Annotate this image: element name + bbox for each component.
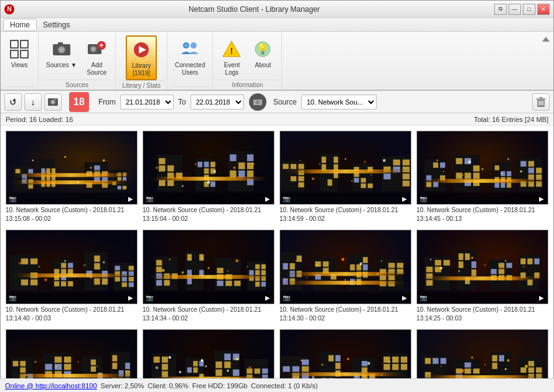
svg-rect-278 [144, 275, 273, 279]
minimize-button[interactable]: — [509, 4, 521, 15]
svg-point-195 [462, 174, 464, 175]
svg-rect-464 [336, 355, 340, 361]
play-overlay-icon: ▶ [539, 294, 544, 301]
svg-rect-503 [464, 362, 471, 367]
grid-item[interactable]: 📷▶10. Network Source (Custom) - 2018.01.… [279, 230, 411, 324]
svg-rect-182 [507, 183, 511, 188]
svg-rect-236 [129, 282, 134, 287]
svg-point-242 [103, 261, 105, 263]
svg-point-449 [169, 356, 171, 358]
svg-rect-168 [456, 173, 462, 179]
grid-item[interactable]: 📷▶10. Network Source (Custom) - 2018.01.… [416, 230, 548, 324]
svg-rect-206 [21, 279, 28, 285]
svg-point-79 [26, 178, 27, 180]
menu-bar: Home Settings [1, 18, 553, 32]
grid-item[interactable]: 📷▶10. Network Source (Custom) - 2018.01.… [6, 131, 138, 225]
svg-rect-456 [302, 366, 309, 371]
svg-point-198 [520, 170, 522, 172]
thumb-overlay: 📷▶ [280, 193, 411, 204]
library-icon [130, 39, 153, 61]
svg-point-491 [388, 361, 390, 363]
svg-marker-23 [542, 37, 550, 42]
svg-point-30 [256, 101, 259, 103]
svg-rect-354 [527, 259, 532, 264]
svg-rect-217 [61, 281, 66, 286]
download-button[interactable]: ↓ [24, 93, 42, 111]
svg-rect-228 [129, 266, 134, 270]
svg-rect-184 [520, 161, 526, 167]
grid-item[interactable]: 📷▶10. Network Source (Custom) - 2018.01.… [416, 329, 548, 380]
photo-button[interactable] [44, 93, 62, 111]
svg-point-111 [214, 170, 216, 172]
image-caption: 10. Network Source (Custom) - 2018.01.21… [279, 205, 411, 225]
svg-point-530 [433, 358, 434, 360]
svg-point-448 [248, 366, 251, 368]
svg-point-488 [321, 363, 323, 365]
thumb-overlay: 📷▶ [417, 292, 548, 304]
ribbon-collapse[interactable] [538, 32, 553, 90]
grid-item[interactable]: 📷▶10. Network Source (Custom) - 2018.01.… [279, 329, 411, 380]
add-source-button[interactable]: + AddSource [82, 35, 111, 79]
svg-rect-186 [528, 168, 534, 174]
maximize-button[interactable]: □ [523, 4, 535, 15]
svg-rect-117 [283, 164, 288, 169]
svg-point-489 [347, 358, 349, 360]
svg-point-26 [52, 100, 55, 103]
grid-item[interactable]: 📷▶10. Network Source (Custom) - 2018.01.… [6, 329, 138, 380]
menu-home[interactable]: Home [3, 19, 37, 31]
about-button[interactable]: 💡 About [248, 35, 278, 72]
svg-rect-176 [507, 171, 511, 176]
info-group-label: Information [217, 80, 278, 90]
to-label: To [178, 98, 186, 106]
close-button[interactable]: ✕ [537, 4, 550, 15]
svg-rect-359 [418, 277, 547, 281]
svg-rect-431 [215, 369, 222, 376]
grid-item[interactable]: 📷▶10. Network Source (Custom) - 2018.01.… [143, 131, 275, 225]
views-button[interactable]: Views [4, 35, 34, 72]
svg-point-153 [383, 159, 386, 162]
image-caption: 10. Network Source (Custom) - 2018.01.21… [143, 304, 275, 324]
event-logs-button[interactable]: ! EventLogs [217, 35, 246, 79]
grid-item[interactable]: 📷▶10. Network Source (Custom) - 2018.01.… [6, 230, 138, 324]
menu-settings[interactable]: Settings [37, 19, 76, 30]
library-button[interactable]: Library[1919] [126, 35, 157, 80]
connected-users-label: ConnectedUsers [175, 62, 205, 77]
svg-rect-140 [393, 159, 400, 165]
svg-rect-224 [94, 279, 100, 285]
refresh-button[interactable]: ↺ [4, 93, 22, 111]
svg-point-78 [116, 174, 118, 175]
svg-point-494 [381, 374, 382, 375]
svg-rect-47 [52, 168, 55, 174]
svg-point-241 [83, 264, 85, 266]
svg-rect-141 [403, 159, 410, 165]
svg-point-367 [505, 260, 506, 261]
from-date-select[interactable]: 21.01.2018 [120, 95, 174, 110]
grid-item[interactable]: 📷▶10. Network Source (Custom) - 2018.01.… [279, 131, 411, 225]
svg-rect-7 [58, 42, 63, 45]
total-info: Total: 16 Entries [24 MB] [474, 116, 548, 123]
svg-rect-252 [156, 280, 162, 286]
content-area[interactable]: 📷▶10. Network Source (Custom) - 2018.01.… [1, 126, 553, 379]
delete-button[interactable] [532, 93, 550, 111]
grid-item[interactable]: 📷▶10. Network Source (Custom) - 2018.01.… [143, 329, 275, 380]
to-date-select[interactable]: 22.01.2018 [190, 95, 244, 110]
restore-button[interactable]: ⧉ [494, 4, 507, 15]
svg-rect-103 [230, 170, 236, 177]
svg-rect-248 [156, 267, 162, 273]
source-select[interactable]: 10. Network Sou... [301, 95, 377, 110]
svg-point-285 [201, 257, 203, 259]
sources-button[interactable]: Sources ▼ [42, 35, 80, 72]
server-url[interactable]: Online @ http://localhost:8100 [5, 382, 97, 390]
ribbon-group-library: Library[1919] Library / Stats [116, 32, 167, 90]
svg-rect-101 [238, 162, 245, 169]
svg-rect-432 [233, 369, 239, 376]
svg-point-282 [227, 271, 229, 273]
svg-rect-138 [368, 184, 373, 188]
svg-point-156 [370, 174, 372, 175]
svg-point-328 [345, 279, 346, 281]
grid-item[interactable]: 📷▶10. Network Source (Custom) - 2018.01.… [143, 230, 275, 324]
connected-users-button[interactable]: ConnectedUsers [171, 35, 209, 79]
svg-point-405 [77, 361, 78, 362]
play-overlay-icon: ▶ [265, 294, 270, 301]
grid-item[interactable]: 📷▶10. Network Source (Custom) - 2018.01.… [416, 131, 548, 225]
